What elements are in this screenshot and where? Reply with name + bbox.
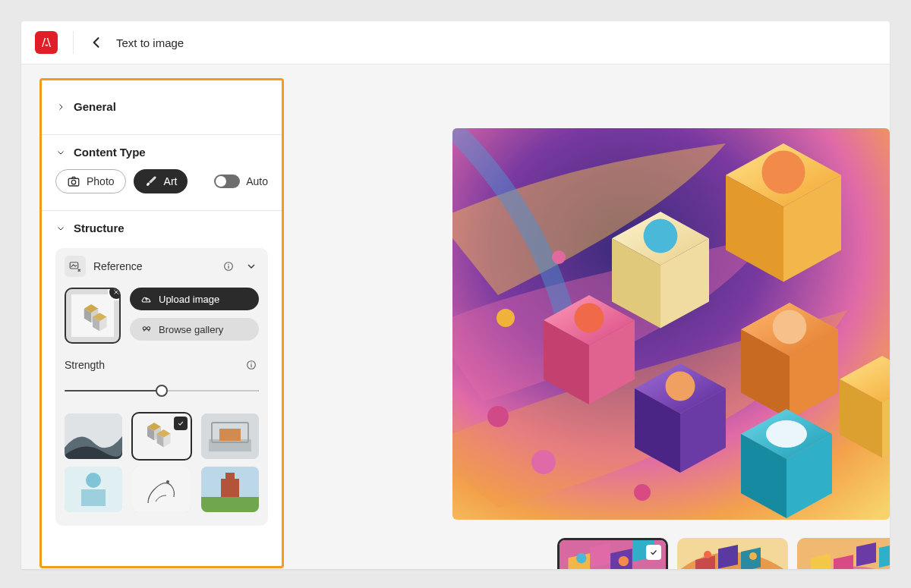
- auto-label: Auto: [246, 175, 268, 187]
- svg-rect-36: [201, 497, 259, 512]
- svg-point-83: [704, 551, 711, 558]
- svg-rect-16: [251, 364, 251, 367]
- chevron-down-icon: [55, 223, 66, 234]
- svg-point-5: [228, 264, 229, 265]
- svg-point-14: [147, 327, 150, 330]
- svg-point-69: [487, 406, 509, 427]
- gallery-item[interactable]: [133, 467, 191, 512]
- reference-card: Reference: [55, 248, 268, 526]
- section-structure-title: Structure: [74, 222, 125, 234]
- svg-point-78: [619, 556, 629, 566]
- content-type-photo-button[interactable]: Photo: [55, 169, 126, 193]
- structure-body: Reference: [42, 245, 282, 526]
- reference-row: Upload image Browse gallery: [65, 288, 259, 344]
- svg-point-51: [575, 303, 604, 333]
- strength-slider[interactable]: [65, 383, 259, 398]
- auto-toggle-group: Auto: [214, 175, 268, 188]
- svg-point-59: [773, 310, 807, 344]
- svg-rect-28: [219, 429, 241, 441]
- result-thumbnails: [557, 538, 890, 569]
- generated-image[interactable]: [452, 128, 890, 520]
- browse-gallery-label: Browse gallery: [159, 324, 223, 335]
- svg-point-84: [749, 552, 757, 560]
- content-type-art-button[interactable]: Art: [134, 169, 188, 193]
- section-content-type-title: Content Type: [74, 146, 146, 159]
- gallery-item[interactable]: [65, 467, 122, 512]
- svg-point-70: [531, 450, 556, 474]
- gallery-item-selected[interactable]: [133, 413, 191, 459]
- strength-row: Strength: [65, 357, 259, 373]
- reference-buttons: Upload image Browse gallery: [130, 288, 259, 341]
- reference-header: Reference: [65, 256, 259, 277]
- strength-info-icon[interactable]: [244, 357, 259, 373]
- svg-point-63: [766, 420, 807, 448]
- browse-gallery-button[interactable]: Browse gallery: [130, 318, 259, 341]
- app-window: Text to image General Conten: [21, 21, 890, 569]
- result-thumbnail-selected[interactable]: [557, 538, 668, 569]
- result-thumbnail[interactable]: [677, 538, 788, 569]
- gallery-item[interactable]: [65, 413, 122, 459]
- gallery-item[interactable]: [201, 467, 259, 512]
- svg-rect-74: [590, 543, 610, 568]
- section-structure-toggle[interactable]: Structure: [42, 211, 282, 245]
- svg-rect-88: [856, 542, 876, 567]
- back-button[interactable]: [89, 35, 104, 50]
- section-content-type: Content Type Photo Art: [42, 135, 282, 211]
- svg-point-67: [496, 309, 515, 327]
- photo-label: Photo: [87, 175, 115, 187]
- adobe-logo: [35, 31, 58, 54]
- section-general-toggle[interactable]: General: [42, 80, 282, 134]
- reference-info-icon[interactable]: [221, 259, 236, 274]
- svg-rect-32: [81, 489, 106, 506]
- svg-rect-4: [228, 266, 229, 269]
- strength-label: Strength: [65, 359, 105, 371]
- svg-rect-0: [68, 178, 79, 186]
- svg-point-71: [634, 484, 651, 501]
- svg-point-43: [762, 151, 805, 194]
- result-thumbnail[interactable]: [797, 538, 890, 569]
- section-content-type-toggle[interactable]: Content Type: [42, 135, 282, 169]
- svg-rect-27: [209, 439, 251, 451]
- chevron-right-icon: [55, 102, 66, 112]
- gallery-item[interactable]: [201, 413, 259, 459]
- auto-toggle[interactable]: [214, 175, 240, 188]
- separator: [73, 31, 74, 54]
- side-panel: General Content Type Photo: [39, 78, 284, 568]
- slider-knob[interactable]: [156, 385, 168, 397]
- section-general-title: General: [74, 100, 116, 113]
- upload-image-button[interactable]: Upload image: [130, 288, 259, 310]
- structure-gallery: [65, 413, 259, 512]
- upload-image-label: Upload image: [159, 294, 219, 305]
- svg-point-34: [166, 480, 169, 483]
- check-icon: [174, 417, 188, 430]
- svg-point-55: [666, 372, 695, 401]
- svg-rect-38: [225, 473, 235, 480]
- svg-rect-37: [221, 479, 239, 497]
- reference-collapse-icon[interactable]: [244, 259, 259, 274]
- svg-point-17: [251, 363, 251, 363]
- art-label: Art: [164, 175, 178, 187]
- section-general: General: [42, 80, 282, 135]
- reference-thumbnail[interactable]: [65, 288, 121, 344]
- camera-icon: [67, 175, 80, 188]
- top-bar: Text to image: [21, 21, 890, 64]
- body-area: General Content Type Photo: [21, 64, 890, 569]
- svg-point-68: [552, 250, 566, 264]
- page-title: Text to image: [116, 36, 184, 49]
- svg-point-47: [644, 219, 678, 253]
- svg-point-1: [71, 180, 75, 184]
- brush-icon: [144, 175, 158, 188]
- svg-point-13: [143, 327, 146, 330]
- svg-rect-33: [133, 467, 191, 512]
- check-icon: [646, 545, 661, 560]
- chevron-down-icon: [55, 147, 66, 158]
- section-structure: Structure Reference: [42, 211, 282, 526]
- svg-point-77: [576, 553, 586, 563]
- reference-label: Reference: [93, 260, 143, 272]
- svg-rect-81: [718, 545, 738, 569]
- reference-icon: [65, 256, 86, 277]
- content-type-controls: Photo Art Auto: [42, 169, 282, 210]
- svg-point-31: [86, 473, 101, 488]
